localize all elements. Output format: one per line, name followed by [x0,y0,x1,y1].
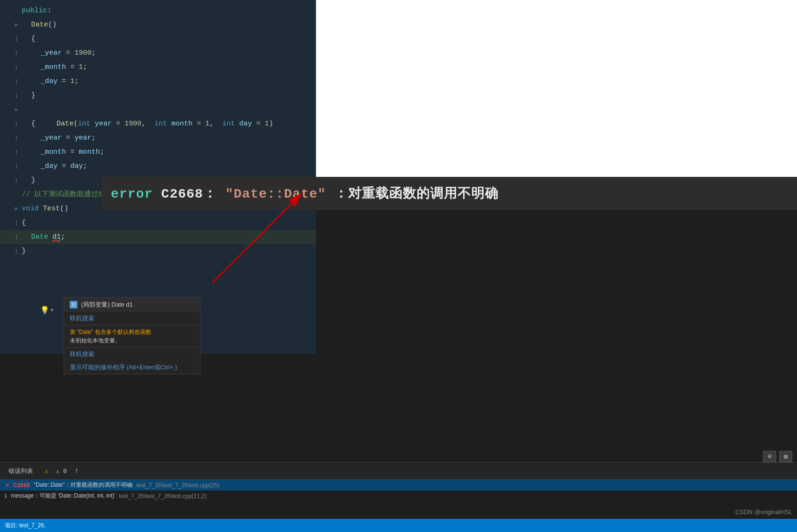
code-line: | _month = month ; [0,145,316,159]
variable-icon: ⊡ [70,301,77,308]
context-menu: ⊡ (局部变量) Date d1 联机搜索 类 "Date" 包含多个默认构造函… [64,297,200,374]
right-panel [316,0,797,179]
context-menu-fix[interactable]: 显示可能的修补程序 (Alt+Enter或Ctrl+.) [64,361,200,374]
code-view-button[interactable]: ⊞ [779,451,792,462]
watermark: CSDN @originalHSL [735,508,792,515]
code-line: public: [0,4,316,18]
error-row-2[interactable]: ℹ message：可能是 'Date::Date(int, int, int)… [0,490,797,501]
error-row-icon: ✕ [5,482,9,489]
error-message: "Date::Date"：对重载函数的调用不明确 [33,481,133,489]
error-list-toolbar: 错误列表 ⚠ ⚠ 0 ↑ [0,463,797,480]
bottom-toolbar: ≡ ⊞ [763,451,792,462]
code-line: | _day = 1 ; [0,75,316,89]
code-line: ⊳ Date() [0,18,316,32]
error-list-panel: 错误列表 ⚠ ⚠ 0 ↑ ✕ C2668 "Date::Date"：对重载函数的… [0,462,797,519]
error-code: C2668 [13,482,30,489]
context-menu-warning: 类 "Date" 包含多个默认构造函数 未初始化本地变量。 [64,325,200,347]
lightbulb-dropdown-icon: ▼ [50,308,54,313]
status-bar: 项目: test_7_26, [0,519,797,532]
code-line: | { [0,32,316,46]
error-list-tab[interactable]: 错误列表 [5,466,37,476]
warning-text1: 类 "Date" 包含多个默认构造函数 [70,329,151,335]
error-file: test_7_26\test_7_26\test.cpp(25) [136,482,219,489]
lightbulb-icon: 💡 [40,306,50,315]
warning-text2: 未初始化本地变量。 [70,337,121,344]
error-row-1[interactable]: ✕ C2668 "Date::Date"：对重载函数的调用不明确 test_7_… [0,480,797,490]
context-menu-label: (局部变量) Date d1 [81,300,133,309]
context-menu-search2[interactable]: 联机搜索 [64,348,200,361]
code-line: | _year = 1900 ; [0,46,316,60]
context-menu-header: ⊡ (局部变量) Date d1 [64,298,200,312]
code-line: | _day = day ; [0,159,316,174]
red-arrow-annotation [184,179,316,288]
error-message-2: message：可能是 'Date::Date(int, int, int)' [11,492,115,500]
status-bar-project: 项目: test_7_26, [5,522,46,530]
info-row-icon: ℹ [5,493,7,499]
scroll-up-button[interactable]: ↑ [75,467,79,475]
code-line: | _month = 1 ; [0,60,316,75]
context-menu-search1[interactable]: 联机搜索 [64,312,200,325]
error-file-2: test_7_26\test_7_26\test.cpp(11,2) [119,493,206,499]
code-line: ⊳ Date(int year = 1900, int month = 1, i… [0,103,316,117]
code-line: | } [0,89,316,103]
warning-count: ⚠ 0 [56,467,66,475]
indent-button[interactable]: ≡ [763,451,776,462]
lightbulb-widget[interactable]: 💡 ▼ [40,306,54,315]
svg-line-1 [212,193,302,283]
warning-count-icon: ⚠ [44,467,48,475]
